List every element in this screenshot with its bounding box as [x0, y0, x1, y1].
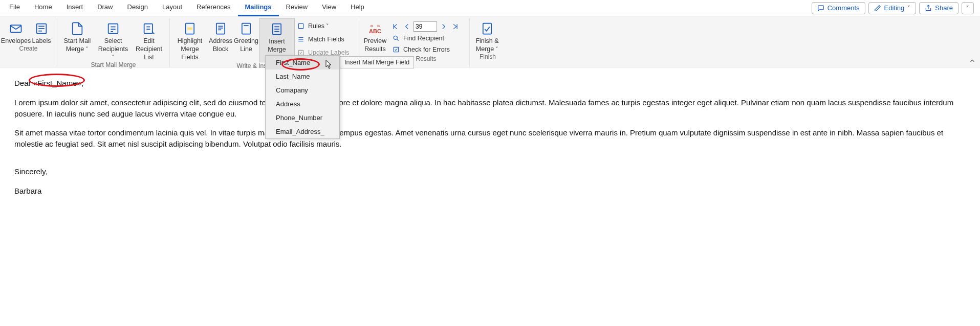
- document-icon: [69, 20, 85, 37]
- cursor-icon: [325, 60, 334, 69]
- match-fields-label: Match Fields: [308, 36, 344, 43]
- svg-rect-10: [144, 24, 153, 34]
- record-number-input[interactable]: [413, 21, 437, 32]
- greeting-line-icon: [238, 20, 254, 37]
- find-recipient-button[interactable]: Find Recipient: [391, 33, 460, 44]
- highlight-merge-fields-button[interactable]: Highlight Merge Fields: [172, 18, 208, 61]
- svg-rect-14: [187, 28, 192, 30]
- share-button[interactable]: Share: [919, 2, 959, 14]
- tab-mailings[interactable]: Mailings: [238, 0, 279, 16]
- preview-results-button[interactable]: « » ABC Preview Results: [361, 18, 389, 53]
- group-create-label: Create: [2, 45, 55, 53]
- rules-label: Rules: [308, 22, 329, 30]
- comment-icon: [817, 5, 824, 12]
- start-mail-merge-button[interactable]: Start Mail Merge: [59, 18, 95, 53]
- svg-rect-19: [242, 24, 250, 34]
- rules-button[interactable]: Rules: [296, 20, 351, 32]
- share-dropdown-button[interactable]: ˅: [962, 2, 974, 14]
- greeting-line-label: Greeting Line: [234, 37, 258, 53]
- group-finish-label: Finish: [472, 53, 504, 61]
- tab-file[interactable]: File: [2, 0, 27, 16]
- svg-rect-35: [483, 24, 491, 34]
- label-icon: [33, 20, 50, 37]
- check-errors-label: Check for Errors: [403, 46, 450, 53]
- start-mail-merge-label: Start Mail Merge: [64, 37, 91, 53]
- editing-button[interactable]: Editing ˅: [868, 2, 917, 14]
- comments-button[interactable]: Comments: [812, 2, 865, 14]
- chevron-down-icon: ˅: [907, 5, 910, 11]
- tab-home[interactable]: Home: [27, 0, 59, 16]
- paragraph-1: Lorem ipsum dolor sit amet, consectetur …: [14, 97, 966, 120]
- edit-recipient-list-button[interactable]: Edit Recipient List: [131, 18, 167, 61]
- record-nav: [391, 18, 460, 32]
- insert-merge-icon: [269, 21, 285, 37]
- tab-insert[interactable]: Insert: [59, 0, 91, 16]
- highlight-label: Highlight Merge Fields: [173, 37, 207, 61]
- select-recipients-button[interactable]: Select Recipients: [95, 18, 131, 61]
- sender-name: Barbara: [14, 185, 966, 197]
- greeting-line: Dear «First_Name»,: [14, 78, 966, 89]
- prev-record-button[interactable]: [402, 22, 411, 31]
- svg-line-33: [397, 39, 398, 40]
- ribbon: Envelopes Labels Create Start Mail Merge: [0, 16, 980, 67]
- svg-rect-1: [11, 25, 21, 32]
- match-fields-button[interactable]: Match Fields: [296, 34, 351, 45]
- svg-rect-25: [298, 24, 303, 28]
- svg-point-32: [394, 36, 397, 39]
- match-fields-icon: [297, 35, 305, 43]
- menu-item-phone_number[interactable]: Phone_Number: [266, 111, 339, 125]
- tab-design[interactable]: Design: [120, 0, 155, 16]
- address-block-icon: [212, 20, 229, 37]
- search-icon: [392, 34, 400, 42]
- titlebar-right: Comments Editing ˅ Share ˅: [812, 2, 978, 14]
- finish-merge-label: Finish & Merge: [475, 37, 498, 53]
- insert-merge-field-tooltip: Insert Mail Merge Field: [340, 56, 414, 68]
- tab-help[interactable]: Help: [343, 0, 372, 16]
- tab-draw[interactable]: Draw: [90, 0, 120, 16]
- paragraph-2: Sit amet massa vitae tortor condimentum …: [14, 127, 966, 150]
- select-recipients-label: Select Recipients: [96, 37, 130, 61]
- menu-item-address[interactable]: Address: [266, 97, 339, 111]
- pencil-icon: [874, 5, 881, 12]
- finish-merge-icon: [479, 20, 495, 37]
- annotation-ellipse-menu: [281, 58, 320, 71]
- svg-rect-34: [394, 47, 398, 52]
- check-errors-button[interactable]: Check for Errors: [391, 44, 460, 55]
- closing-line: Sincerely,: [14, 166, 966, 177]
- preview-abc-icon: « » ABC: [367, 20, 383, 37]
- tab-layout[interactable]: Layout: [155, 0, 189, 16]
- chevron-down-icon: ˅: [966, 5, 969, 11]
- next-record-button[interactable]: [439, 22, 448, 31]
- edit-list-icon: [141, 20, 157, 37]
- collapse-ribbon-button[interactable]: [969, 57, 976, 66]
- share-label: Share: [935, 4, 953, 12]
- annotation-ellipse-field: [29, 74, 85, 87]
- comments-label: Comments: [827, 4, 860, 12]
- editing-label: Editing: [884, 4, 905, 12]
- group-start-mail-merge: Start Mail Merge Select Recipients Edit …: [57, 18, 170, 67]
- envelopes-label: Envelopes: [1, 37, 31, 45]
- address-block-button[interactable]: Address Block: [208, 18, 233, 53]
- tab-view[interactable]: View: [315, 0, 343, 16]
- group-create: Envelopes Labels Create: [0, 18, 57, 67]
- edit-recipient-list-label: Edit Recipient List: [132, 37, 166, 61]
- document-body: Dear «First_Name», Lorem ipsum dolor sit…: [0, 67, 980, 215]
- share-icon: [925, 5, 932, 12]
- group-finish: Finish & Merge Finish: [470, 18, 506, 67]
- greeting-line-button[interactable]: Greeting Line: [233, 18, 259, 53]
- highlight-icon: [182, 20, 198, 37]
- menu-item-last_name[interactable]: Last_Name: [266, 69, 339, 83]
- tab-references[interactable]: References: [189, 0, 237, 16]
- last-record-button[interactable]: [450, 22, 460, 31]
- menu-item-comapany[interactable]: Comapany: [266, 83, 339, 97]
- svg-rect-29: [298, 50, 303, 55]
- labels-button[interactable]: Labels: [30, 18, 53, 45]
- menu-item-email_address_[interactable]: Email_Address_: [266, 125, 339, 138]
- finish-merge-button[interactable]: Finish & Merge: [472, 18, 503, 53]
- list-icon: [105, 20, 121, 37]
- envelopes-button[interactable]: Envelopes: [2, 18, 30, 45]
- tab-review[interactable]: Review: [279, 0, 315, 16]
- rules-icon: [297, 22, 305, 30]
- first-record-button[interactable]: [391, 22, 400, 31]
- svg-rect-15: [216, 24, 225, 34]
